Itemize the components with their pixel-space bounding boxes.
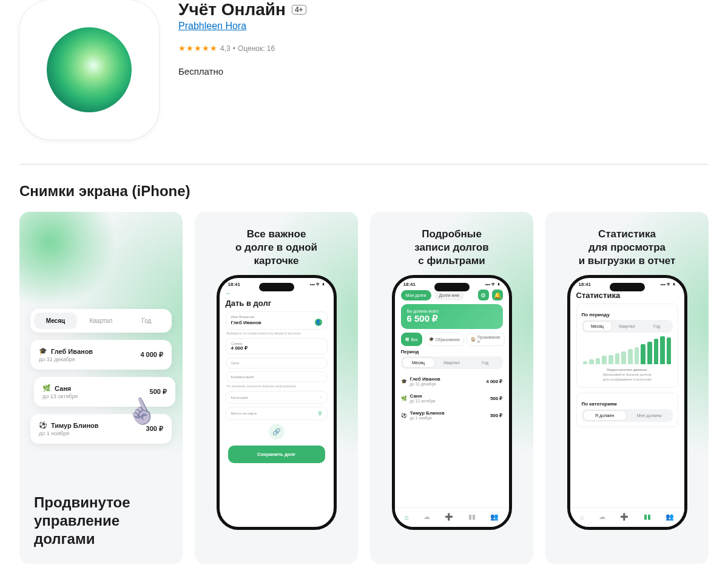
status-time: 18:41 xyxy=(403,282,416,287)
phone-mock: 18:41 ••• ᯤ ▮ Мои долги Долги мне ⚙ 🔔 Вы… xyxy=(392,275,512,530)
section-divider xyxy=(19,164,709,164)
chart-icon: ▮▮ xyxy=(468,513,476,521)
rating-row: ★★★★★ 4,3 • Оценок: 16 xyxy=(178,44,306,53)
chevron-right-icon: › xyxy=(320,395,322,400)
person-icon: 👤 xyxy=(315,319,322,326)
bell-icon: 🔔 xyxy=(492,290,503,300)
cloud-icon: ☁ xyxy=(599,513,605,521)
status-icons: ••• ᯤ ▮ xyxy=(661,282,676,287)
rating-count: Оценок: 16 xyxy=(238,44,275,53)
field-name: Имя Фамилия Глеб Иванов 👤 xyxy=(226,311,328,330)
period-label: Период xyxy=(401,349,503,354)
screenshot-3[interactable]: Подробные записи долгов с фильтрами 18:4… xyxy=(370,212,533,564)
filter-education: 🎓Образование xyxy=(425,333,464,346)
app-meta: Учёт Онлайн 4+ Prabhleen Hora ★★★★★ 4,3 … xyxy=(178,0,306,140)
phone-mock: 18:41 ••• ᯤ ▮ ← Дать в долг Имя Фамилия … xyxy=(217,275,337,530)
screen-title: Статистика xyxy=(576,291,678,300)
map-pin-icon: ⚲ xyxy=(318,410,322,416)
period-segmented: Месяц Квартал Год xyxy=(30,309,172,333)
field-due: Срок xyxy=(226,358,328,368)
screenshot-carousel[interactable]: Месяц Квартал Год 🎓Глеб Иванов до 31 дек… xyxy=(19,212,709,564)
price-label: Бесплатно xyxy=(178,66,306,76)
total-card: Вы должны всего 6 500 ₽ xyxy=(401,304,503,329)
phone-notch xyxy=(434,283,470,291)
ball-icon: ⚽ xyxy=(401,413,407,418)
stats-bar-chart xyxy=(583,336,672,364)
screenshot-1-caption: Продвинутое управление долгами xyxy=(34,493,168,548)
debt-item: 🎓Глеб Ивановдо 31 декабря 4 000 ₽ xyxy=(401,373,503,390)
phone-tabbar: ⌂ ☁ ➕ ▮▮ 👥 xyxy=(570,507,684,527)
bullet: • xyxy=(233,44,235,53)
screenshot-3-title: Подробные записи долгов с фильтрами xyxy=(370,212,533,275)
tab-my-debts: Мои долги xyxy=(401,290,431,300)
filter-all: ▦Все xyxy=(401,333,422,346)
screenshot-2[interactable]: Все важное о долге в одной карточке 18:4… xyxy=(195,212,358,564)
rating-value: 4,3 xyxy=(220,44,231,53)
developer-link[interactable]: Prabhleen Hora xyxy=(178,21,246,32)
save-debt-button: Сохранить долг xyxy=(228,446,325,463)
field-map: Место на карте ⚲ xyxy=(226,407,328,420)
screenshot-4[interactable]: Статистика для просмотра и выгрузки в от… xyxy=(545,212,709,564)
screen-title: Дать в долг xyxy=(226,299,328,308)
phone-tabbar: ⌂ ☁ ➕ ▮▮ 👥 xyxy=(395,507,509,527)
plus-icon: ➕ xyxy=(445,513,453,521)
screenshot-4-title: Статистика для просмотра и выгрузки в от… xyxy=(545,212,709,275)
by-category-label: По категориям xyxy=(582,401,673,407)
chart-icon: ▮▮ xyxy=(644,513,651,521)
plus-icon: ➕ xyxy=(620,513,629,521)
empty-title: Недостаточно данных xyxy=(607,368,647,371)
debt-item: 🌿Саня до 13 октября 500 ₽ xyxy=(34,377,175,407)
grid-icon: ▦ xyxy=(405,337,410,342)
category-filters: ▦Все 🎓Образование 🏠Проживание и xyxy=(401,333,503,346)
app-icon xyxy=(19,0,159,140)
people-icon: 👥 xyxy=(490,513,499,521)
app-icon-orb xyxy=(47,27,132,112)
app-title: Учёт Онлайн xyxy=(178,0,286,19)
gear-icon: ⚙ xyxy=(478,290,489,300)
by-period-label: По периоду xyxy=(582,312,673,317)
ball-icon: ⚽ xyxy=(39,421,47,429)
status-time: 18:41 xyxy=(228,282,240,287)
graduation-cap-icon: 🎓 xyxy=(429,337,434,342)
status-time: 18:41 xyxy=(579,282,591,287)
home-icon: ⌂ xyxy=(405,514,409,521)
phone-notch xyxy=(259,283,294,291)
field-comment: Комментарий xyxy=(226,371,328,382)
filter-living: 🏠Проживание и xyxy=(467,333,505,346)
leaf-icon: 🌿 xyxy=(42,384,51,392)
debt-item: 🎓Глеб Иванов до 31 декабря 4 000 ₽ xyxy=(30,340,172,370)
field-category: Категория › xyxy=(226,391,328,404)
graduation-cap-icon: 🎓 xyxy=(39,347,47,355)
debt-item: ⚽Тимур Блиновдо 1 ноября 300 ₽ xyxy=(401,407,503,424)
cloud-icon: ☁ xyxy=(423,513,430,521)
period-segmented: Месяц Квартал Год xyxy=(401,356,503,369)
home-icon: 🏠 xyxy=(471,337,476,342)
seg-quarter: Квартал xyxy=(79,313,123,329)
status-icons: ••• ᯤ ▮ xyxy=(485,282,500,287)
period-segmented: Месяц Квартал Год xyxy=(582,320,673,333)
status-icons: ••• ᯤ ▮ xyxy=(310,282,325,287)
graduation-cap-icon: 🎓 xyxy=(401,379,407,384)
seg-month: Месяц xyxy=(34,313,77,329)
field-sum: Сумма 4 000 ₽ xyxy=(226,338,328,354)
screenshot-2-title: Все важное о долге в одной карточке xyxy=(195,212,358,275)
home-icon: ⌂ xyxy=(580,514,584,521)
seg-year: Год xyxy=(125,313,168,329)
debt-item: 🌿Санядо 13 октября 500 ₽ xyxy=(401,390,503,407)
screenshot-1[interactable]: Месяц Квартал Год 🎓Глеб Иванов до 31 дек… xyxy=(19,212,183,564)
star-icon: ★★★★★ xyxy=(178,44,218,53)
phone-notch xyxy=(610,283,645,291)
people-icon: 👥 xyxy=(666,513,674,521)
phone-mock: 18:41 ••• ᯤ ▮ Статистика По периоду Меся… xyxy=(567,275,687,530)
link-icon: 🔗 xyxy=(269,424,285,439)
screenshots-heading: Снимки экрана (iPhone) xyxy=(19,183,709,200)
tab-debts-to-me: Долги мне xyxy=(434,290,465,300)
age-rating-badge: 4+ xyxy=(292,5,306,15)
owe-segmented: Я должен Мне должны xyxy=(582,409,673,422)
leaf-icon: 🌿 xyxy=(401,396,407,401)
app-header: Учёт Онлайн 4+ Prabhleen Hora ★★★★★ 4,3 … xyxy=(19,0,709,164)
